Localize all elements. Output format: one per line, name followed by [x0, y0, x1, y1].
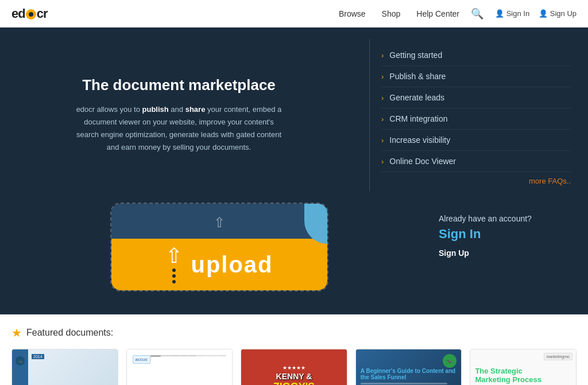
doc-thumb-1: 🐜 2014 General — [12, 349, 118, 385]
already-have-account: Already have an account? — [439, 214, 565, 223]
hero-sign-up-link[interactable]: Sign Up — [439, 248, 565, 258]
faq-crm-integration[interactable]: › CRM integration — [381, 108, 571, 130]
featured-header: ★ Featured documents: — [11, 326, 577, 340]
nav-sign-in[interactable]: 👤 Sign In — [495, 9, 529, 18]
dot-3 — [172, 280, 176, 283]
upload-section: ⇧ ⇧ upload — [0, 203, 588, 314]
featured-title: Featured documents: — [26, 328, 113, 338]
chevron-icon: › — [381, 157, 384, 166]
chevron-icon: › — [381, 136, 384, 145]
nav-help-center[interactable]: Help Center — [416, 9, 459, 18]
hero-title: The document marketplace — [82, 76, 276, 94]
faq-label: Generate leads — [389, 93, 444, 102]
chevron-icon: › — [381, 51, 384, 60]
doc-card-5[interactable]: marketingmo The Strategic Marketing Proc… — [470, 349, 577, 385]
beginner-lines — [361, 383, 457, 385]
featured-section: ★ Featured documents: 🐜 2014 General Bas… — [0, 314, 588, 385]
logo[interactable]: edcr — [11, 6, 47, 21]
nav-sign-up[interactable]: 👤 Sign Up — [539, 9, 577, 18]
doc-thumb-2: accus — [127, 349, 233, 385]
faq-online-doc-viewer[interactable]: › Online Doc Viewer — [381, 151, 571, 172]
faq-generate-leads[interactable]: › Generate leads — [381, 87, 571, 108]
chevron-icon: › — [381, 115, 384, 123]
chevron-icon: › — [381, 72, 384, 81]
hero-right: › Getting started › Publish & share › Ge… — [370, 28, 588, 203]
hero-description: edocr allows you to publish and share yo… — [73, 103, 285, 154]
beginner-heading: A Beginner's Guide to Content and the Sa… — [361, 368, 457, 380]
star-icon: ★ — [11, 326, 22, 340]
kenny-thumb-inner: ★★★★★ KENNY & ZIGGY'S NEW YORK DELICATES… — [247, 365, 341, 386]
upload-visual[interactable]: ⇧ ⇧ upload — [110, 203, 328, 291]
more-faqs-link[interactable]: more FAQs.. — [381, 177, 571, 185]
strategic-title: The Strategic Marketing Process — [475, 367, 547, 384]
doc-card-3[interactable]: ★★★★★ KENNY & ZIGGY'S NEW YORK DELICATES… — [241, 349, 347, 385]
nav-auth: 👤 Sign In 👤 Sign Up — [495, 9, 577, 18]
faq-publish-share[interactable]: › Publish & share — [381, 66, 571, 87]
nav-shop[interactable]: Shop — [382, 9, 401, 18]
kenny-text: KENNY & — [247, 372, 341, 381]
faq-increase-visibility[interactable]: › Increase visibility — [381, 130, 571, 151]
person-plus-icon: 👤 — [539, 9, 548, 18]
doc-card-4[interactable]: A Beginner's Guide to Content and the Sa… — [355, 349, 462, 385]
accus-badge: accus — [133, 355, 150, 364]
nav-links: Browse Shop Help Center — [339, 9, 459, 18]
up-arrow-icon: ⇧ — [165, 246, 183, 266]
nav-browse[interactable]: Browse — [339, 9, 366, 18]
account-box: Already have an account? Sign In Sign Up — [439, 203, 565, 258]
person-icon: 👤 — [495, 9, 504, 18]
dot-2 — [172, 274, 176, 278]
doc-thumb-3: ★★★★★ KENNY & ZIGGY'S NEW YORK DELICATES… — [241, 349, 347, 385]
upload-arrow: ⇧ — [165, 246, 183, 283]
faq-getting-started[interactable]: › Getting started — [381, 45, 571, 66]
upload-box-wrapper: ⇧ ⇧ upload — [23, 203, 416, 291]
chevron-icon: › — [381, 94, 384, 102]
faq-label: Increase visibility — [389, 135, 450, 145]
hero-left: The document marketplace edocr allows yo… — [0, 28, 369, 203]
ziggy-text: ZIGGY'S — [247, 381, 341, 386]
faq-label: Getting started — [389, 50, 442, 60]
dot-1 — [172, 269, 176, 272]
doc-thumb-4: A Beginner's Guide to Content and the Sa… — [356, 349, 462, 385]
navbar: edcr Browse Shop Help Center 🔍 👤 Sign In… — [0, 0, 588, 28]
blue-bar: 🐜 — [12, 349, 28, 385]
doc-card-2[interactable]: accus Study Shows More Than 3... Oct 21,… — [126, 349, 233, 385]
hero-section: The document marketplace edocr allows yo… — [0, 28, 588, 203]
hero-sign-in-link[interactable]: Sign In — [439, 227, 565, 242]
faq-label: CRM integration — [389, 114, 447, 123]
doc-thumb-5: marketingmo The Strategic Marketing Proc… — [470, 349, 576, 385]
search-icon[interactable]: 🔍 — [471, 7, 483, 20]
upload-dots — [172, 269, 176, 283]
faq-label: Publish & share — [389, 72, 446, 81]
upload-bg: ⇧ ⇧ upload — [111, 204, 327, 290]
upload-orange-area: ⇧ upload — [111, 239, 327, 290]
faq-label: Online Doc Viewer — [389, 157, 456, 166]
doc-card-1[interactable]: 🐜 2014 General Basic Patent Guide Oct 21… — [11, 349, 118, 385]
upload-label: upload — [191, 252, 273, 278]
doc-cards: 🐜 2014 General Basic Patent Guide Oct 21… — [11, 349, 577, 385]
